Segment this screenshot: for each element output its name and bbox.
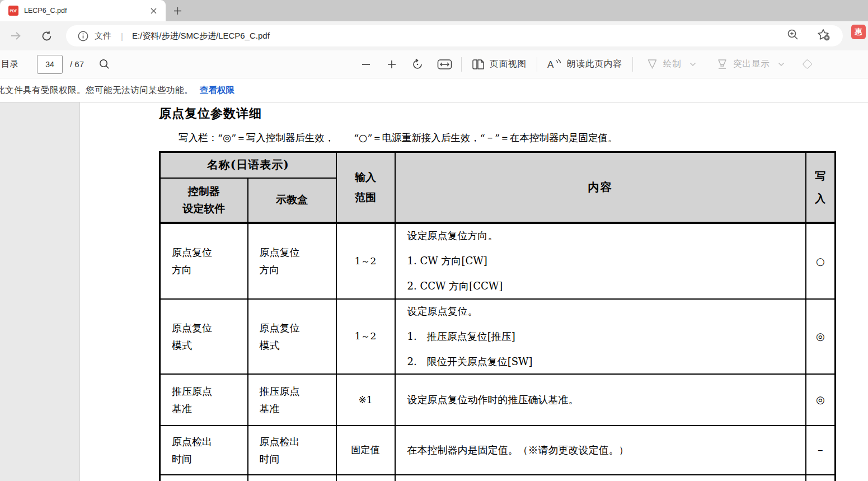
pdf-toolbar: 目录 / 67 页面视图: [0, 50, 868, 78]
cell-content: 在本控制器内是固定值。（※请勿更改设定值。）: [395, 426, 806, 475]
cell-write: －: [806, 426, 836, 475]
cell-teaching-box: 原点复位方向: [248, 223, 336, 299]
cell-write: ○: [806, 223, 836, 299]
header-write: 写入: [806, 152, 836, 223]
cell-controller-software: 原点复位方向: [160, 223, 248, 299]
toc-button[interactable]: 目录: [1, 58, 18, 70]
parameter-table-header: 名称(日语表示) 输入范围 内容 写入 控制器设定软件 示教盒: [160, 152, 836, 223]
eraser-icon[interactable]: [804, 60, 811, 68]
cell-controller-software: 原点检出时间: [160, 426, 248, 475]
cell-write: ◎: [806, 299, 836, 374]
add-favorite-icon[interactable]: [817, 29, 831, 44]
address-file-label: 文件: [95, 31, 111, 41]
browser-window: PDF LECP6_C.pdf 文件 | E:/资料/步进/SMC步进/LECP…: [0, 0, 868, 481]
tab-close-icon[interactable]: [147, 4, 160, 17]
header-name-group: 名称(日语表示): [160, 152, 336, 178]
highlight-icon[interactable]: [716, 58, 728, 70]
cell-write: [806, 475, 836, 481]
document-title: 原点复位参数详细: [159, 105, 262, 122]
cell-content: 设定原点复位动作时的推压确认基准。: [395, 374, 806, 426]
header-input-range: 输入范围: [336, 152, 395, 223]
cell-input-range: [336, 475, 395, 481]
address-bar[interactable]: 文件 | E:/资料/步进/SMC步进/LECP6_C.pdf: [66, 25, 843, 46]
address-url: E:/资料/步进/SMC步进/LECP6_C.pdf: [132, 31, 270, 41]
read-aloud-label[interactable]: 朗读此页内容: [567, 58, 622, 70]
cell-write: ◎: [806, 374, 836, 426]
pdf-viewport[interactable]: 原点复位参数详细 写入栏：“◎”＝写入控制器后生效， “○”＝电源重新接入后生效…: [0, 102, 868, 481]
header-controller-software: 控制器设定软件: [160, 178, 248, 223]
table-row: [160, 475, 836, 481]
cell-teaching-box: 推压原点基准: [248, 374, 336, 426]
table-row: 推压原点基准推压原点基准※1设定原点复位动作时的推压确认基准。◎: [160, 374, 836, 426]
zoom-out-icon[interactable]: [361, 59, 371, 69]
extension-icon[interactable]: 惠: [851, 25, 866, 39]
search-icon[interactable]: [99, 59, 110, 69]
cell-teaching-box: [248, 475, 336, 481]
svg-text:A: A: [547, 59, 554, 70]
parameter-table: 名称(日语表示) 输入范围 内容 写入 控制器设定软件 示教盒 原点复位方向原点…: [159, 151, 836, 481]
new-tab-button[interactable]: [170, 3, 185, 18]
address-row: 文件 | E:/资料/步进/SMC步进/LECP6_C.pdf 惠: [0, 21, 868, 50]
pdf-file-icon: PDF: [8, 6, 18, 16]
address-separator: |: [121, 31, 123, 41]
draw-dropdown-chevron-icon[interactable]: [689, 62, 696, 67]
cell-teaching-box: 原点复位模式: [248, 299, 336, 374]
cell-input-range: 1～2: [336, 299, 395, 374]
highlight-label[interactable]: 突出显示: [733, 58, 770, 70]
cell-content: [395, 475, 806, 481]
table-row: 原点复位模式原点复位模式1～2设定原点复位。1. 推压原点复位[推压]2. 限位…: [160, 299, 836, 374]
cell-controller-software: 推压原点基准: [160, 374, 248, 426]
info-icon[interactable]: [78, 31, 88, 41]
refresh-icon[interactable]: [39, 29, 54, 43]
cell-teaching-box: 原点检出时间: [248, 426, 336, 475]
draw-label[interactable]: 绘制: [663, 58, 682, 70]
cell-content: 设定原点复位方向。1. CW 方向[CW]2. CCW 方向[CCW]: [395, 223, 806, 299]
permission-notice-bar: 此文件具有受限权限。您可能无法访问某些功能。 查看权限: [0, 78, 868, 102]
header-content: 内容: [395, 152, 806, 223]
tab-lecp6-pdf[interactable]: PDF LECP6_C.pdf: [0, 0, 166, 21]
zoom-page-icon[interactable]: [787, 29, 799, 43]
page-number-input[interactable]: [37, 55, 63, 74]
pdf-page: 原点复位参数详细 写入栏：“◎”＝写入控制器后生效， “○”＝电源重新接入后生效…: [79, 102, 868, 481]
table-row: 原点检出时间原点检出时间固定值在本控制器内是固定值。（※请勿更改设定值。）－: [160, 426, 836, 475]
tab-title: LECP6_C.pdf: [24, 7, 67, 15]
forward-icon[interactable]: [8, 29, 23, 43]
draw-icon[interactable]: [646, 58, 658, 70]
zoom-in-icon[interactable]: [387, 59, 397, 69]
cell-controller-software: 原点复位模式: [160, 299, 248, 374]
rotate-icon[interactable]: [411, 58, 424, 71]
parameter-table-body: 原点复位方向原点复位方向1～2设定原点复位方向。1. CW 方向[CW]2. C…: [160, 223, 836, 481]
page-total-label: / 67: [70, 59, 84, 69]
table-row: 原点复位方向原点复位方向1～2设定原点复位方向。1. CW 方向[CW]2. C…: [160, 223, 836, 299]
tab-strip: PDF LECP6_C.pdf: [0, 0, 868, 21]
cell-input-range: ※1: [336, 374, 395, 426]
cell-content: 设定原点复位。1. 推压原点复位[推压]2. 限位开关原点复位[SW]: [395, 299, 806, 374]
permission-notice-text: 此文件具有受限权限。您可能无法访问某些功能。: [0, 85, 193, 96]
cell-input-range: 1～2: [336, 223, 395, 299]
page-view-label[interactable]: 页面视图: [490, 58, 527, 70]
highlight-dropdown-chevron-icon[interactable]: [778, 62, 785, 67]
cell-controller-software: [160, 475, 248, 481]
cell-input-range: 固定值: [336, 426, 395, 475]
document-intro: 写入栏：“◎”＝写入控制器后生效， “○”＝电源重新接入后生效，“－”＝在本控制…: [179, 131, 617, 144]
header-teaching-box: 示教盒: [248, 178, 336, 223]
fit-width-icon[interactable]: [437, 59, 452, 70]
view-permissions-link[interactable]: 查看权限: [200, 85, 234, 96]
read-aloud-icon[interactable]: A: [547, 58, 562, 70]
page-view-icon[interactable]: [472, 59, 485, 70]
